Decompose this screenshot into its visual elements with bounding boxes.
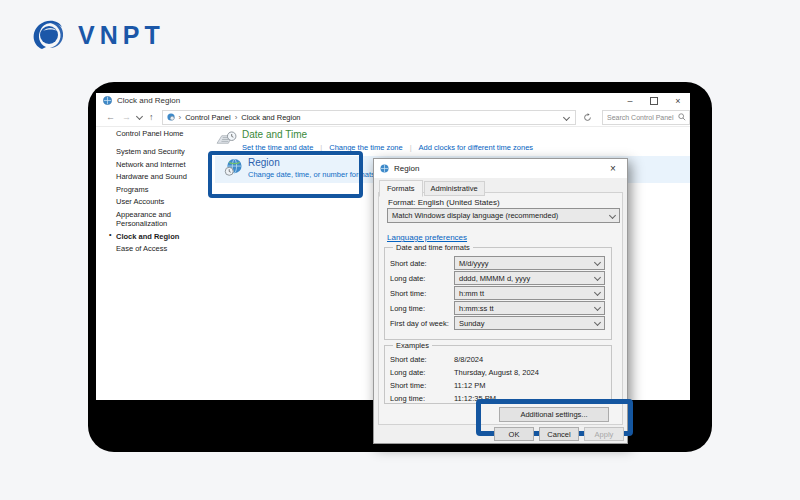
example-row: Long time: 11:12:35 PM bbox=[390, 393, 605, 404]
address-bar: ← → ↑ › Control Panel › Clock and Region bbox=[96, 108, 690, 127]
control-panel-icon bbox=[167, 113, 175, 121]
format-row: Long time: h:mm:ss tt bbox=[390, 302, 605, 314]
format-row: Long date: dddd, MMMM d, yyyy bbox=[390, 272, 605, 284]
language-preferences-link[interactable]: Language preferences bbox=[387, 233, 467, 242]
chevron-down-icon bbox=[594, 274, 601, 281]
examples-group: Examples Short date: 8/8/2024 Long date:… bbox=[384, 345, 612, 404]
sidebar-item-network-and-internet[interactable]: Network and Internet bbox=[116, 160, 216, 169]
window-controls: – × bbox=[618, 93, 690, 108]
additional-settings-button[interactable]: Additional settings... bbox=[499, 407, 609, 422]
breadcrumb: › Control Panel › Clock and Region bbox=[162, 110, 577, 125]
format-row: Short date: M/d/yyyy bbox=[390, 257, 605, 269]
up-icon[interactable]: ↑ bbox=[149, 113, 154, 122]
back-icon[interactable]: ← bbox=[106, 113, 115, 122]
formats-tab-page: Format: English (United States) Match Wi… bbox=[378, 192, 623, 425]
dialog-close-icon[interactable]: × bbox=[599, 163, 627, 174]
date-and-time-icon bbox=[216, 131, 237, 148]
link-divider: | bbox=[320, 143, 322, 152]
link-set-time-and-date[interactable]: Set the time and date bbox=[242, 143, 313, 152]
address-dropdown-chevron-icon[interactable] bbox=[563, 113, 570, 120]
window-title: Clock and Region bbox=[117, 96, 180, 105]
forward-icon[interactable]: → bbox=[122, 113, 131, 122]
date-time-formats-group: Date and time formats Short date: M/d/yy… bbox=[384, 247, 612, 340]
clock-region-icon bbox=[103, 96, 112, 105]
minimize-button[interactable]: – bbox=[618, 93, 642, 108]
vnpt-logo-icon bbox=[28, 14, 70, 56]
ok-button[interactable]: OK bbox=[494, 427, 534, 441]
sidebar-item-system-and-security[interactable]: System and Security bbox=[116, 147, 216, 156]
chevron-down-icon bbox=[594, 259, 601, 266]
example-row: Long date: Thursday, August 8, 2024 bbox=[390, 367, 605, 378]
format-row: First day of week: Sunday bbox=[390, 317, 605, 329]
link-divider: | bbox=[410, 143, 412, 152]
date-and-time-title[interactable]: Date and Time bbox=[242, 129, 307, 140]
refresh-icon[interactable] bbox=[581, 111, 594, 124]
breadcrumb-separator: › bbox=[179, 113, 182, 122]
region-dialog: Region × Formats Administrative Format: … bbox=[373, 158, 628, 444]
example-row: Short time: 11:12 PM bbox=[390, 380, 605, 391]
chevron-down-icon bbox=[609, 211, 616, 218]
dialog-region-icon bbox=[380, 164, 389, 173]
dialog-title: Region bbox=[394, 164, 419, 173]
dialog-tabs: Formats Administrative bbox=[379, 180, 486, 196]
tab-formats[interactable]: Formats bbox=[379, 180, 423, 197]
breadcrumb-clock-and-region[interactable]: Clock and Region bbox=[241, 113, 300, 122]
dialog-buttons: OK Cancel Apply bbox=[494, 427, 624, 441]
vnpt-logo: VNPT bbox=[28, 14, 165, 56]
sidebar-item-ease-of-access[interactable]: Ease of Access bbox=[116, 244, 216, 253]
group-title: Examples bbox=[393, 341, 432, 350]
group-title: Date and time formats bbox=[393, 243, 473, 252]
long-date-select[interactable]: dddd, MMMM d, yyyy bbox=[454, 271, 605, 285]
sidebar-item-clock-and-region[interactable]: • Clock and Region bbox=[116, 232, 216, 241]
region-subtitle[interactable]: Change date, time, or number formats bbox=[248, 170, 375, 179]
search-box bbox=[602, 110, 690, 125]
region-title[interactable]: Region bbox=[248, 157, 280, 168]
link-add-clocks[interactable]: Add clocks for different time zones bbox=[419, 143, 534, 152]
breadcrumb-control-panel[interactable]: Control Panel bbox=[185, 113, 230, 122]
chevron-down-icon bbox=[594, 304, 601, 311]
long-time-select[interactable]: h:mm:ss tt bbox=[454, 301, 605, 315]
format-select[interactable]: Match Windows display language (recommen… bbox=[387, 208, 620, 223]
dialog-titlebar: Region × bbox=[374, 159, 627, 178]
example-row: Short date: 8/8/2024 bbox=[390, 354, 605, 365]
cancel-button[interactable]: Cancel bbox=[539, 427, 579, 441]
first-day-of-week-select[interactable]: Sunday bbox=[454, 316, 605, 330]
short-time-select[interactable]: h:mm tt bbox=[454, 286, 605, 300]
sidebar: Control Panel Home System and Security N… bbox=[116, 129, 216, 257]
link-change-time-zone[interactable]: Change the time zone bbox=[329, 143, 402, 152]
sidebar-item-programs[interactable]: Programs bbox=[116, 185, 216, 194]
format-label: Format: English (United States) bbox=[388, 198, 500, 207]
search-input[interactable] bbox=[603, 114, 678, 121]
sidebar-item-appearance-and-personalization[interactable]: Appearance and Personalization bbox=[116, 210, 216, 228]
close-button[interactable]: × bbox=[666, 93, 690, 108]
region-icon bbox=[224, 158, 243, 177]
tab-administrative[interactable]: Administrative bbox=[424, 181, 485, 196]
window-titlebar: Clock and Region – × bbox=[96, 93, 690, 108]
short-date-select[interactable]: M/d/yyyy bbox=[454, 256, 605, 270]
date-and-time-links: Set the time and date | Change the time … bbox=[242, 143, 533, 152]
recent-pages-chevron-icon[interactable] bbox=[136, 112, 143, 119]
apply-button[interactable]: Apply bbox=[584, 427, 624, 441]
chevron-down-icon bbox=[594, 319, 601, 326]
search-icon bbox=[678, 113, 686, 121]
sidebar-item-hardware-and-sound[interactable]: Hardware and Sound bbox=[116, 172, 216, 181]
page: VNPT Clock and Region – × ← → ↑ bbox=[0, 0, 800, 500]
maximize-button[interactable] bbox=[642, 93, 666, 108]
active-bullet-icon: • bbox=[109, 231, 111, 239]
chevron-down-icon bbox=[594, 289, 601, 296]
sidebar-item-control-panel-home[interactable]: Control Panel Home bbox=[116, 129, 216, 138]
vnpt-logo-text: VNPT bbox=[78, 21, 165, 50]
breadcrumb-separator: › bbox=[235, 113, 238, 122]
sidebar-item-user-accounts[interactable]: User Accounts bbox=[116, 197, 216, 206]
format-row: Short time: h:mm tt bbox=[390, 287, 605, 299]
